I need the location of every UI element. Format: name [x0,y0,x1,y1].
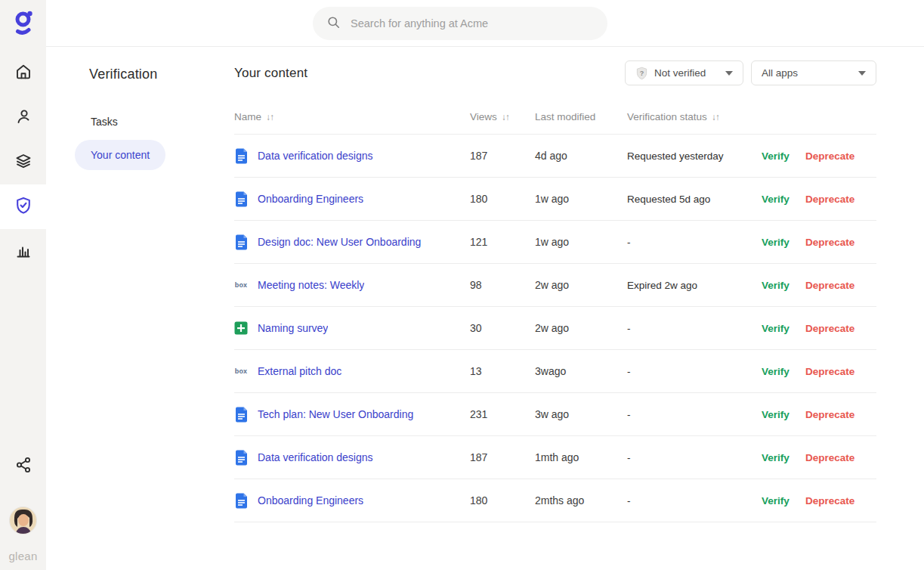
table-row: box Data verification designs 187 1mth a… [234,436,876,479]
deprecate-button[interactable]: Deprecate [805,194,876,205]
search-input[interactable]: Search for anything at Acme [313,7,607,40]
status-cell: - [627,323,762,334]
views-cell: 98 [470,279,535,291]
views-cell: 121 [470,236,535,248]
user-icon [14,107,32,129]
deprecate-button[interactable]: Deprecate [805,409,876,420]
views-cell: 180 [470,193,535,205]
search-placeholder: Search for anything at Acme [351,17,488,29]
glean-logo[interactable] [0,0,46,47]
verify-button[interactable]: Verify [762,237,805,248]
verify-button[interactable]: Verify [762,323,805,334]
row-name-link[interactable]: Tech plan: New User Onboarding [258,408,413,420]
name-cell: box Naming survey [234,321,470,336]
deprecate-button[interactable]: Deprecate [805,237,876,248]
google-doc-icon [234,450,248,466]
sort-icon[interactable]: ↓↑ [266,112,273,122]
box-icon: box [234,277,248,293]
deprecate-button[interactable]: Deprecate [805,366,876,377]
modified-cell: 3wago [535,365,627,377]
verify-button[interactable]: Verify [762,366,805,377]
status-cell: - [627,409,762,420]
apps-filter-dropdown[interactable]: All apps [751,60,876,85]
name-cell: box Onboarding Engineers [234,493,470,509]
table-row: box Naming survey 30 2w ago - Verify Dep… [234,307,876,350]
column-header-last-modified: Last modified [535,111,627,122]
row-name-link[interactable]: Onboarding Engineers [258,494,363,506]
name-cell: box Data verification designs [234,450,470,466]
app-rail: glean [0,0,46,570]
bar-chart-icon [14,241,32,262]
column-header-name[interactable]: Name ↓↑ [234,111,470,122]
google-doc-icon [234,191,248,207]
deprecate-button[interactable]: Deprecate [805,495,876,506]
views-cell: 180 [470,494,535,506]
subnav-item-label: Your content [91,149,150,161]
modified-cell: 1mth ago [535,451,627,463]
verify-button[interactable]: Verify [762,150,805,162]
name-cell: box Tech plan: New User Onboarding [234,407,470,423]
sort-icon[interactable]: ↓↑ [712,112,719,122]
filters: ? Not verified All apps [625,60,876,85]
google-sheet-icon [234,321,248,336]
column-header-verification-status[interactable]: Verification status ↓↑ [627,111,762,122]
apps-filter-value: All apps [762,67,798,79]
rail-item-analytics[interactable] [0,229,46,274]
main-panel: Your content ? Not verified [234,47,924,570]
rail-item-verification[interactable] [0,184,46,229]
status-filter-value: Not verified [654,67,706,79]
column-header-views[interactable]: Views ↓↑ [470,111,535,122]
deprecate-button[interactable]: Deprecate [805,280,876,291]
row-name-link[interactable]: Meeting notes: Weekly [258,279,364,291]
row-name-link[interactable]: Onboarding Engineers [258,193,363,205]
verify-button[interactable]: Verify [762,452,805,463]
verify-button[interactable]: Verify [762,409,805,420]
deprecate-button[interactable]: Deprecate [805,150,876,162]
modified-cell: 1w ago [535,236,627,248]
verify-button[interactable]: Verify [762,495,805,506]
verification-subnav: Verification Tasks Your content [46,47,234,570]
status-cell: - [627,366,762,377]
modified-cell: 2w ago [535,279,627,291]
shield-check-icon [14,196,33,218]
home-icon [14,63,32,84]
deprecate-button[interactable]: Deprecate [805,452,876,463]
subnav-items: Tasks Your content [75,107,234,170]
status-filter-dropdown[interactable]: ? Not verified [625,60,743,85]
rail-item-people[interactable] [0,95,46,140]
deprecate-button[interactable]: Deprecate [805,323,876,334]
row-name-link[interactable]: Data verification designs [258,451,373,463]
share-button[interactable] [0,448,46,485]
sort-icon[interactable]: ↓↑ [502,112,509,122]
verify-button[interactable]: Verify [762,280,805,291]
table-row: box Meeting notes: Weekly 98 2w ago Expi… [234,264,876,307]
table-header: Name ↓↑ Views ↓↑ Last modified Verificat… [234,111,876,135]
modified-cell: 3w ago [535,408,627,420]
box-wordmark: box [235,281,248,289]
user-avatar[interactable] [9,506,37,534]
share-icon [14,456,32,477]
views-cell: 187 [470,150,535,162]
app-root: glean Search for anything at Acme Verifi… [0,0,924,570]
name-cell: box Design doc: New User Onboarding [234,234,470,250]
table-row: box External pitch doc 13 3wago - Verify… [234,350,876,393]
modified-cell: 1w ago [535,193,627,205]
row-name-link[interactable]: Data verification designs [258,150,373,162]
rail-item-collections[interactable] [0,140,46,184]
avatar-photo [10,507,37,534]
subnav-item-tasks[interactable]: Tasks [75,107,134,137]
verify-button[interactable]: Verify [762,194,805,205]
row-name-link[interactable]: Naming survey [258,322,328,334]
status-cell: - [627,452,762,463]
views-cell: 187 [470,451,535,463]
shield-question-icon: ? [635,67,648,80]
name-cell: box Meeting notes: Weekly [234,277,470,293]
name-cell: box Onboarding Engineers [234,191,470,207]
row-name-link[interactable]: External pitch doc [258,365,341,377]
page-title: Your content [234,66,307,81]
rail-item-home[interactable] [0,51,46,95]
subnav-title: Verification [89,67,234,82]
subnav-item-your-content[interactable]: Your content [75,140,165,170]
row-name-link[interactable]: Design doc: New User Onboarding [258,236,421,248]
views-cell: 13 [470,365,535,377]
